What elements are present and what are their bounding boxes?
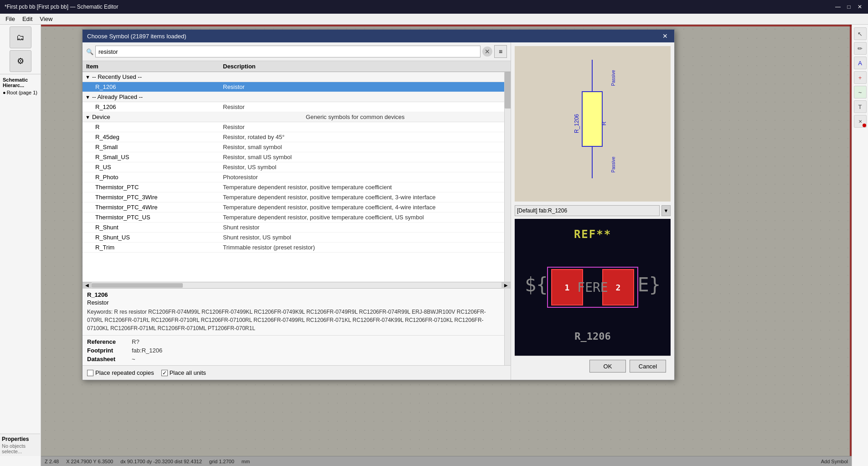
choose-symbol-dialog: Choose Symbol (21897 items loaded) ✕ 🔍 ✕…	[82, 29, 675, 380]
place-all-units-checkbox[interactable]: ✓ Place all units	[161, 369, 206, 376]
field-row-reference: Reference R?	[87, 338, 500, 345]
label-tool-button[interactable]: T	[854, 100, 867, 113]
menu-view[interactable]: View	[36, 15, 56, 23]
table-row-thermistor-ptc-us[interactable]: Thermistor_PTC_US Temperature dependent …	[83, 212, 504, 223]
info-fields: Reference R? Footprint fab:R_1206 Datash…	[83, 336, 504, 365]
table-row-rshunt-us[interactable]: R_Shunt_US Shunt resistor, US symbol	[83, 233, 504, 243]
cancel-button[interactable]: Cancel	[630, 360, 666, 373]
add-component-button[interactable]: A	[854, 57, 867, 69]
table-row-r1206-placed[interactable]: R_1206 Resistor	[83, 102, 504, 112]
place-all-units-checkbox-box[interactable]: ✓	[161, 370, 168, 376]
info-panel-scrollbar[interactable]	[504, 289, 511, 365]
schematic-hierarchy-title: Schematic Hierarc...	[3, 77, 38, 88]
close-button[interactable]: ✕	[856, 3, 863, 10]
ok-button[interactable]: OK	[589, 360, 626, 373]
table-row-rphoto[interactable]: R_Photo Photoresistor	[83, 172, 504, 182]
left-panel: 🗂 ⚙ Schematic Hierarc... ● Root (page 1)…	[0, 25, 41, 466]
table-row-r[interactable]: R Resistor	[83, 122, 504, 132]
section-device[interactable]: ▼ Device Generic symbols for common devi…	[83, 112, 504, 122]
info-component-type: Resistor	[87, 299, 500, 306]
bottom-info-pane: R_1206 Resistor Keywords: R res resistor…	[83, 288, 511, 380]
properties-panel: Properties No objects selecte...	[0, 434, 40, 456]
item-desc-rshunt-us: Shunt resistor, US symbol	[223, 234, 501, 241]
scroll-thumb[interactable]	[505, 72, 511, 109]
wire-tool-button[interactable]: ~	[854, 86, 867, 98]
item-name-thermistor-ptc-3wire: Thermistor_PTC_3Wire	[86, 194, 223, 201]
properties-title: Properties	[2, 436, 38, 442]
error-badge	[863, 124, 866, 127]
menu-edit[interactable]: Edit	[19, 15, 36, 23]
footprint-dropdown-arrow[interactable]: ▼	[661, 205, 671, 216]
table-row-rsmall-us[interactable]: R_Small_US Resistor, small US symbol	[83, 152, 504, 162]
horizontal-scroll-thumb[interactable]	[92, 283, 183, 288]
section-already-placed[interactable]: ▼ -- Already Placed --	[83, 92, 504, 102]
device-label: Device	[92, 114, 110, 120]
window-title: *First pcb bb [First pcb bb] — Schematic…	[5, 4, 118, 10]
horizontal-scrollbar[interactable]: ◀ ▶	[83, 282, 511, 288]
item-name-rphoto: R_Photo	[86, 174, 223, 181]
table-row-rtrim[interactable]: R_Trim Trimmable resistor (preset resist…	[83, 243, 504, 253]
minimize-button[interactable]: —	[834, 3, 842, 10]
scroll-left-btn[interactable]: ◀	[83, 282, 92, 289]
item-desc-rtrim: Trimmable resistor (preset resistor)	[223, 244, 501, 251]
add-power-button[interactable]: +	[854, 71, 867, 84]
place-repeated-checkbox[interactable]: Place repeated copies	[87, 369, 154, 376]
chevron-recently-used: ▼	[85, 74, 90, 80]
maximize-button[interactable]: □	[845, 3, 852, 10]
preview-ref-label: R_1206	[574, 114, 580, 133]
preview-pane: R_1206 R Passive Passive [Default] fab:R…	[511, 42, 674, 380]
device-desc: Generic symbols for common devices	[306, 114, 501, 120]
place-repeated-checkbox-box[interactable]	[87, 370, 93, 376]
bus-tool-button[interactable]: ✕	[854, 115, 867, 128]
item-desc-rsmall-us: Resistor, small US symbol	[223, 154, 501, 161]
menu-file[interactable]: File	[2, 15, 19, 23]
sidebar-tools: 🗂 ⚙	[0, 25, 41, 74]
search-input[interactable]	[95, 46, 480, 57]
item-desc-r: Resistor	[223, 124, 501, 130]
section-recently-used[interactable]: ▼ -- Recently Used --	[83, 72, 504, 82]
scroll-right-btn[interactable]: ▶	[501, 282, 511, 289]
svg-rect-6	[582, 92, 602, 146]
item-name-thermistor-ptc-4wire: Thermistor_PTC_4Wire	[86, 204, 223, 211]
pencil-tool-button[interactable]: ✏	[854, 42, 867, 55]
files-button[interactable]: 🗂	[10, 26, 31, 48]
table-row-thermistor-ptc-4wire[interactable]: Thermistor_PTC_4Wire Temperature depende…	[83, 202, 504, 212]
search-clear-button[interactable]: ✕	[482, 47, 492, 57]
info-scroll-area: R_1206 Resistor Keywords: R res resistor…	[83, 289, 511, 365]
app-body: 🗂 ⚙ Schematic Hierarc... ● Root (page 1)…	[0, 25, 868, 466]
search-options-button[interactable]: ≡	[494, 45, 507, 58]
dialog-close-button[interactable]: ✕	[661, 31, 670, 41]
item-name-rus: R_US	[86, 164, 223, 171]
keywords-value: R res resistor RC1206FR-074M99L RC1206FR…	[87, 309, 486, 331]
place-repeated-label: Place repeated copies	[95, 369, 154, 376]
cursor-tool-button[interactable]: ↖	[854, 27, 867, 40]
item-name-r45deg: R_45deg	[86, 134, 223, 140]
fp-ref-text: REF**	[574, 228, 611, 241]
table-row-thermistor-ptc-3wire[interactable]: Thermistor_PTC_3Wire Temperature depende…	[83, 192, 504, 202]
root-page-item[interactable]: ● Root (page 1)	[3, 90, 38, 95]
table-row-rus[interactable]: R_US Resistor, US symbol	[83, 162, 504, 172]
schematic-symbol-preview: R_1206 R Passive Passive	[515, 46, 671, 202]
table-row-thermistor-ptc[interactable]: Thermistor_PTC Temperature dependent res…	[83, 182, 504, 192]
table-row-r45deg[interactable]: R_45deg Resistor, rotated by 45°	[83, 132, 504, 142]
footprint-dropdown[interactable]: [Default] fab:R_1206	[515, 205, 660, 216]
settings-button[interactable]: ⚙	[10, 50, 31, 72]
menu-bar: File Edit View	[0, 14, 868, 25]
item-name-thermistor-ptc-us: Thermistor_PTC_US	[86, 214, 223, 221]
table-row-rsmall[interactable]: R_Small Resistor, small symbol	[83, 142, 504, 152]
properties-value: No objects selecte...	[2, 443, 38, 454]
dialog-action-buttons: OK Cancel	[515, 356, 671, 376]
item-desc-r1206-recent: Resistor	[223, 83, 501, 90]
table-row-r1206-recent[interactable]: R_1206 Resistor	[83, 82, 504, 92]
table-row-rshunt[interactable]: R_Shunt Shunt resistor	[83, 223, 504, 233]
symbol-table-scrollbar[interactable]	[504, 72, 511, 282]
item-name-r1206-placed: R_1206	[86, 104, 223, 110]
add-no-connect-icon: ✕	[858, 119, 862, 124]
symbol-preview-svg: R_1206 R Passive Passive	[515, 46, 671, 202]
footprint-pcb-preview: REF** ${ FERE E} 1 2	[515, 219, 671, 356]
item-name-rshunt-us: R_Shunt_US	[86, 234, 223, 241]
preview-passive2-label: Passive	[611, 156, 616, 172]
symbol-table[interactable]: ▼ -- Recently Used -- R_1206 Resistor ▼	[83, 72, 504, 282]
fp-value-text: R_1206	[574, 331, 610, 342]
footprint-field-label: Footprint	[87, 347, 128, 354]
